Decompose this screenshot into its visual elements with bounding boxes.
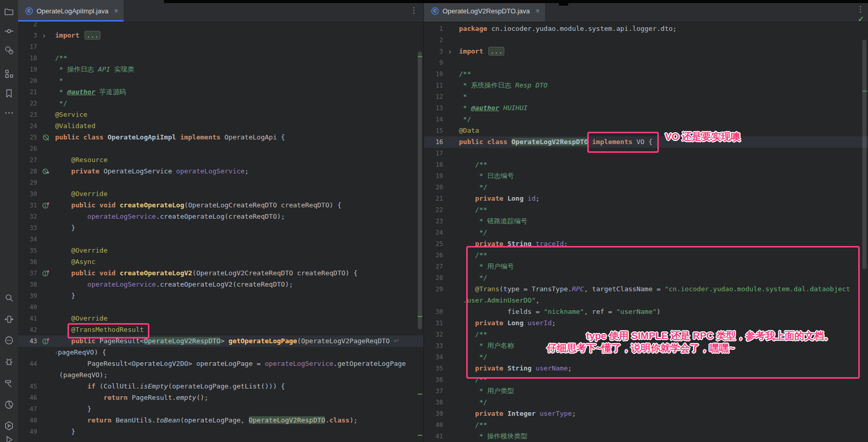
line-number[interactable]: 48 <box>18 415 41 426</box>
project-folder-icon[interactable] <box>4 6 14 17</box>
code-text[interactable]: public class OperateLogApiImpl implement… <box>54 132 285 143</box>
left-editor-scrollbar[interactable] <box>418 51 422 329</box>
line-number[interactable]: 32 <box>18 211 41 222</box>
code-line[interactable]: 25public class OperateLogApiImpl impleme… <box>18 132 423 143</box>
code-text[interactable]: @Override <box>54 245 108 256</box>
structure-icon[interactable] <box>4 68 14 79</box>
code-text[interactable]: @Validated <box>54 120 95 132</box>
code-line[interactable]: 27 @Resource <box>18 154 423 166</box>
code-text[interactable]: * 操作日志 API 实现类 <box>54 64 134 75</box>
line-number[interactable]: 49 <box>18 426 41 437</box>
line-number[interactable]: 15 <box>424 125 447 136</box>
line-number[interactable]: 23 <box>18 109 41 120</box>
editor-options-kebab-icon[interactable]: ⋮ <box>857 5 864 13</box>
code-line[interactable]: 31I public void createOperateLog(Operate… <box>18 200 423 211</box>
line-number[interactable]: 45 <box>18 381 41 392</box>
line-number[interactable]: 46 <box>18 392 41 403</box>
code-line[interactable]: 19 * 日志编号 <box>424 170 868 182</box>
code-text[interactable]: } <box>54 290 75 302</box>
tab-close-icon[interactable]: × <box>114 7 118 15</box>
line-number[interactable]: 30 <box>18 188 41 200</box>
code-line[interactable]: 49 } <box>18 426 423 437</box>
line-number[interactable]: 20 <box>18 75 41 86</box>
code-line[interactable]: 47 } <box>18 403 423 415</box>
code-text[interactable]: PageResult<OperateLogV2DO> operateLogPag… <box>54 358 406 369</box>
code-line[interactable]: 21 private Long id; <box>424 193 868 204</box>
code-text[interactable]: * @author 芋道源码 <box>54 86 126 98</box>
code-line[interactable]: 44 PageResult<OperateLogV2DO> operateLog… <box>18 358 423 369</box>
line-number[interactable]: 23 <box>424 216 447 227</box>
code-line[interactable]: 19 * 操作日志 API 实现类 <box>18 64 423 75</box>
fold-arrow-icon[interactable]: › <box>447 46 458 57</box>
build-icon[interactable] <box>4 378 14 388</box>
run-icon[interactable] <box>4 434 14 442</box>
line-number[interactable]: 40 <box>424 419 447 431</box>
code-text[interactable]: @Async <box>54 256 95 268</box>
line-number[interactable]: 19 <box>424 170 447 182</box>
line-number[interactable]: 38 <box>424 397 447 408</box>
tab-operatelogapiimpl[interactable]: C OperateLogApiImpl.java × <box>18 0 124 22</box>
code-text[interactable]: package cn.iocoder.yudao.module.system.a… <box>458 23 677 34</box>
more-tool-windows-icon[interactable] <box>4 108 14 118</box>
line-number[interactable]: 12 <box>424 91 447 102</box>
code-line[interactable]: 46 return PageResult.empty(); <box>18 392 423 403</box>
line-number[interactable]: 34 <box>424 351 447 363</box>
code-text[interactable]: private Long id; <box>458 193 540 204</box>
line-number[interactable]: 3 <box>18 30 41 41</box>
line-number[interactable] <box>424 295 447 306</box>
git-commit-icon[interactable] <box>4 26 14 37</box>
code-line[interactable]: (pageReqVO); <box>18 369 423 381</box>
line-number[interactable]: 39 <box>424 408 447 419</box>
line-number[interactable]: 36 <box>18 256 41 268</box>
code-line[interactable]: 36 @Async <box>18 256 423 268</box>
code-line[interactable]: 38 */ <box>424 397 868 408</box>
line-number[interactable]: 13 <box>424 102 447 114</box>
code-line[interactable]: 20 */ <box>424 182 868 193</box>
line-number[interactable]: 24 <box>424 227 447 238</box>
code-text[interactable]: /** <box>458 159 487 170</box>
code-text[interactable]: @Service <box>54 109 88 120</box>
code-text[interactable] <box>54 177 55 188</box>
code-text[interactable]: /** <box>458 68 471 80</box>
line-number[interactable]: 20 <box>424 182 447 193</box>
line-number[interactable]: 24 <box>18 120 41 132</box>
code-text[interactable]: * 用户类型 <box>458 385 514 397</box>
editor-operatelogv2respdto[interactable]: 1package cn.iocoder.yudao.module.system.… <box>423 22 868 442</box>
line-number[interactable]: 1 <box>424 23 447 34</box>
line-number[interactable]: 2 <box>18 22 41 30</box>
line-number[interactable]: 2 <box>424 34 447 46</box>
code-line[interactable]: 18/** <box>18 52 423 64</box>
code-line[interactable]: 33 } <box>18 222 423 234</box>
code-text[interactable]: return BeanUtils.toBean(operateLogPage, … <box>54 415 358 426</box>
code-line[interactable]: 18 /** <box>424 159 868 170</box>
code-text[interactable] <box>458 148 459 159</box>
code-text[interactable]: * 系统操作日志 Resp DTO <box>458 80 548 91</box>
code-text[interactable]: */ <box>458 227 487 238</box>
line-number[interactable]: 43 <box>18 335 41 347</box>
code-line[interactable]: 41 @Override <box>18 313 423 324</box>
code-line[interactable]: 24@Validated <box>18 120 423 132</box>
code-line[interactable]: 30 @Override <box>18 188 423 200</box>
line-number[interactable]: 47 <box>18 403 41 415</box>
code-line[interactable]: 48 return BeanUtils.toBean(operateLogPag… <box>18 415 423 426</box>
line-number[interactable]: 28 <box>424 272 447 284</box>
line-number[interactable] <box>18 347 41 358</box>
line-number[interactable]: 31 <box>424 317 447 329</box>
pull-requests-icon[interactable]: ? <box>4 45 14 56</box>
line-number[interactable]: 29 <box>18 177 41 188</box>
line-number[interactable]: 11 <box>424 80 447 91</box>
code-text[interactable]: ‹pageReqVO) { <box>54 347 106 358</box>
code-line[interactable]: 11 * 系统操作日志 Resp DTO <box>424 80 868 91</box>
code-line[interactable]: 23@Service <box>18 109 423 120</box>
code-text[interactable]: import ... <box>54 30 100 41</box>
overrides-method-icon[interactable]: I <box>41 268 54 279</box>
implementation-marker-icon[interactable] <box>41 166 54 177</box>
code-text[interactable]: } <box>54 426 75 437</box>
line-number[interactable]: 44 <box>18 358 41 369</box>
tab-operatelogv2respdto[interactable]: C OperateLogV2RespDTO.java × <box>424 0 545 22</box>
code-line[interactable]: 37I public void createOperateLogV2(Opera… <box>18 268 423 279</box>
line-number[interactable]: 10 <box>424 68 447 80</box>
right-editor-scrollbar[interactable] <box>862 40 866 269</box>
code-text[interactable] <box>458 34 459 46</box>
code-line[interactable]: 12 * <box>424 91 868 102</box>
